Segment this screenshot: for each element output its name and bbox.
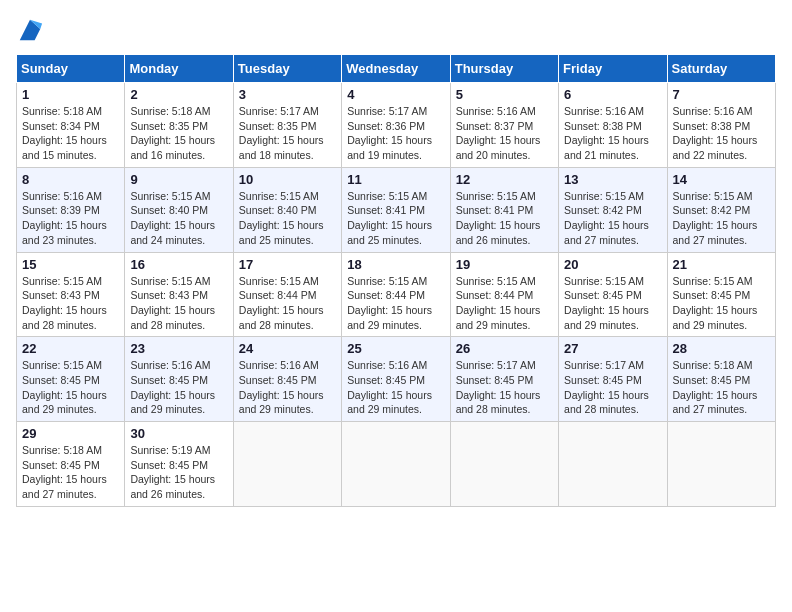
daylight-label: Daylight: 15 hours and 24 minutes. bbox=[130, 219, 215, 246]
day-number: 18 bbox=[347, 257, 444, 272]
calendar-cell: 2 Sunrise: 5:18 AM Sunset: 8:35 PM Dayli… bbox=[125, 83, 233, 168]
day-info: Sunrise: 5:15 AM Sunset: 8:42 PM Dayligh… bbox=[564, 189, 661, 248]
calendar-cell: 11 Sunrise: 5:15 AM Sunset: 8:41 PM Dayl… bbox=[342, 167, 450, 252]
sunrise-label: Sunrise: 5:15 AM bbox=[130, 275, 210, 287]
day-number: 3 bbox=[239, 87, 336, 102]
day-info: Sunrise: 5:15 AM Sunset: 8:45 PM Dayligh… bbox=[564, 274, 661, 333]
calendar-cell: 28 Sunrise: 5:18 AM Sunset: 8:45 PM Dayl… bbox=[667, 337, 775, 422]
day-info: Sunrise: 5:15 AM Sunset: 8:42 PM Dayligh… bbox=[673, 189, 770, 248]
day-info: Sunrise: 5:15 AM Sunset: 8:45 PM Dayligh… bbox=[22, 358, 119, 417]
sunrise-label: Sunrise: 5:17 AM bbox=[347, 105, 427, 117]
daylight-label: Daylight: 15 hours and 28 minutes. bbox=[130, 304, 215, 331]
day-number: 27 bbox=[564, 341, 661, 356]
calendar-week-row: 8 Sunrise: 5:16 AM Sunset: 8:39 PM Dayli… bbox=[17, 167, 776, 252]
sunset-label: Sunset: 8:44 PM bbox=[239, 289, 317, 301]
calendar-cell: 18 Sunrise: 5:15 AM Sunset: 8:44 PM Dayl… bbox=[342, 252, 450, 337]
sunset-label: Sunset: 8:39 PM bbox=[22, 204, 100, 216]
calendar-cell: 30 Sunrise: 5:19 AM Sunset: 8:45 PM Dayl… bbox=[125, 422, 233, 507]
day-info: Sunrise: 5:15 AM Sunset: 8:43 PM Dayligh… bbox=[130, 274, 227, 333]
calendar-cell: 7 Sunrise: 5:16 AM Sunset: 8:38 PM Dayli… bbox=[667, 83, 775, 168]
daylight-label: Daylight: 15 hours and 28 minutes. bbox=[456, 389, 541, 416]
sunrise-label: Sunrise: 5:15 AM bbox=[22, 275, 102, 287]
day-info: Sunrise: 5:16 AM Sunset: 8:38 PM Dayligh… bbox=[564, 104, 661, 163]
daylight-label: Daylight: 15 hours and 27 minutes. bbox=[673, 389, 758, 416]
calendar-cell: 29 Sunrise: 5:18 AM Sunset: 8:45 PM Dayl… bbox=[17, 422, 125, 507]
day-number: 12 bbox=[456, 172, 553, 187]
day-info: Sunrise: 5:16 AM Sunset: 8:45 PM Dayligh… bbox=[130, 358, 227, 417]
day-number: 2 bbox=[130, 87, 227, 102]
day-info: Sunrise: 5:18 AM Sunset: 8:35 PM Dayligh… bbox=[130, 104, 227, 163]
calendar-header-row: SundayMondayTuesdayWednesdayThursdayFrid… bbox=[17, 55, 776, 83]
sunrise-label: Sunrise: 5:16 AM bbox=[130, 359, 210, 371]
daylight-label: Daylight: 15 hours and 18 minutes. bbox=[239, 134, 324, 161]
sunrise-label: Sunrise: 5:16 AM bbox=[239, 359, 319, 371]
day-info: Sunrise: 5:18 AM Sunset: 8:34 PM Dayligh… bbox=[22, 104, 119, 163]
sunrise-label: Sunrise: 5:17 AM bbox=[564, 359, 644, 371]
calendar-cell bbox=[667, 422, 775, 507]
sunrise-label: Sunrise: 5:15 AM bbox=[673, 275, 753, 287]
sunset-label: Sunset: 8:45 PM bbox=[673, 289, 751, 301]
sunset-label: Sunset: 8:37 PM bbox=[456, 120, 534, 132]
day-number: 7 bbox=[673, 87, 770, 102]
calendar-cell bbox=[450, 422, 558, 507]
sunrise-label: Sunrise: 5:18 AM bbox=[130, 105, 210, 117]
day-info: Sunrise: 5:16 AM Sunset: 8:38 PM Dayligh… bbox=[673, 104, 770, 163]
day-number: 25 bbox=[347, 341, 444, 356]
sunrise-label: Sunrise: 5:15 AM bbox=[456, 275, 536, 287]
sunset-label: Sunset: 8:41 PM bbox=[456, 204, 534, 216]
day-info: Sunrise: 5:15 AM Sunset: 8:40 PM Dayligh… bbox=[130, 189, 227, 248]
sunrise-label: Sunrise: 5:15 AM bbox=[239, 190, 319, 202]
sunrise-label: Sunrise: 5:17 AM bbox=[239, 105, 319, 117]
calendar-week-row: 29 Sunrise: 5:18 AM Sunset: 8:45 PM Dayl… bbox=[17, 422, 776, 507]
daylight-label: Daylight: 15 hours and 29 minutes. bbox=[564, 304, 649, 331]
sunrise-label: Sunrise: 5:15 AM bbox=[347, 190, 427, 202]
sunrise-label: Sunrise: 5:15 AM bbox=[564, 275, 644, 287]
day-info: Sunrise: 5:15 AM Sunset: 8:44 PM Dayligh… bbox=[239, 274, 336, 333]
day-info: Sunrise: 5:17 AM Sunset: 8:45 PM Dayligh… bbox=[564, 358, 661, 417]
sunset-label: Sunset: 8:45 PM bbox=[347, 374, 425, 386]
daylight-label: Daylight: 15 hours and 29 minutes. bbox=[673, 304, 758, 331]
sunrise-label: Sunrise: 5:16 AM bbox=[347, 359, 427, 371]
calendar-cell: 25 Sunrise: 5:16 AM Sunset: 8:45 PM Dayl… bbox=[342, 337, 450, 422]
sunrise-label: Sunrise: 5:15 AM bbox=[347, 275, 427, 287]
weekday-header: Wednesday bbox=[342, 55, 450, 83]
day-number: 21 bbox=[673, 257, 770, 272]
calendar-cell: 12 Sunrise: 5:15 AM Sunset: 8:41 PM Dayl… bbox=[450, 167, 558, 252]
weekday-header: Tuesday bbox=[233, 55, 341, 83]
day-number: 5 bbox=[456, 87, 553, 102]
sunrise-label: Sunrise: 5:18 AM bbox=[22, 444, 102, 456]
day-info: Sunrise: 5:15 AM Sunset: 8:41 PM Dayligh… bbox=[456, 189, 553, 248]
day-number: 13 bbox=[564, 172, 661, 187]
sunset-label: Sunset: 8:45 PM bbox=[130, 459, 208, 471]
daylight-label: Daylight: 15 hours and 25 minutes. bbox=[347, 219, 432, 246]
sunset-label: Sunset: 8:38 PM bbox=[673, 120, 751, 132]
day-info: Sunrise: 5:15 AM Sunset: 8:40 PM Dayligh… bbox=[239, 189, 336, 248]
daylight-label: Daylight: 15 hours and 15 minutes. bbox=[22, 134, 107, 161]
daylight-label: Daylight: 15 hours and 16 minutes. bbox=[130, 134, 215, 161]
day-info: Sunrise: 5:16 AM Sunset: 8:45 PM Dayligh… bbox=[239, 358, 336, 417]
sunrise-label: Sunrise: 5:17 AM bbox=[456, 359, 536, 371]
sunset-label: Sunset: 8:45 PM bbox=[22, 374, 100, 386]
daylight-label: Daylight: 15 hours and 29 minutes. bbox=[239, 389, 324, 416]
daylight-label: Daylight: 15 hours and 22 minutes. bbox=[673, 134, 758, 161]
sunrise-label: Sunrise: 5:16 AM bbox=[22, 190, 102, 202]
calendar-cell: 19 Sunrise: 5:15 AM Sunset: 8:44 PM Dayl… bbox=[450, 252, 558, 337]
sunset-label: Sunset: 8:42 PM bbox=[564, 204, 642, 216]
sunrise-label: Sunrise: 5:18 AM bbox=[673, 359, 753, 371]
calendar-cell: 14 Sunrise: 5:15 AM Sunset: 8:42 PM Dayl… bbox=[667, 167, 775, 252]
daylight-label: Daylight: 15 hours and 25 minutes. bbox=[239, 219, 324, 246]
day-info: Sunrise: 5:17 AM Sunset: 8:35 PM Dayligh… bbox=[239, 104, 336, 163]
sunset-label: Sunset: 8:41 PM bbox=[347, 204, 425, 216]
calendar-cell: 8 Sunrise: 5:16 AM Sunset: 8:39 PM Dayli… bbox=[17, 167, 125, 252]
sunset-label: Sunset: 8:38 PM bbox=[564, 120, 642, 132]
sunset-label: Sunset: 8:45 PM bbox=[239, 374, 317, 386]
calendar-table: SundayMondayTuesdayWednesdayThursdayFrid… bbox=[16, 54, 776, 507]
calendar-cell: 20 Sunrise: 5:15 AM Sunset: 8:45 PM Dayl… bbox=[559, 252, 667, 337]
daylight-label: Daylight: 15 hours and 29 minutes. bbox=[347, 304, 432, 331]
day-number: 26 bbox=[456, 341, 553, 356]
sunset-label: Sunset: 8:42 PM bbox=[673, 204, 751, 216]
calendar-cell: 10 Sunrise: 5:15 AM Sunset: 8:40 PM Dayl… bbox=[233, 167, 341, 252]
daylight-label: Daylight: 15 hours and 26 minutes. bbox=[456, 219, 541, 246]
day-info: Sunrise: 5:15 AM Sunset: 8:45 PM Dayligh… bbox=[673, 274, 770, 333]
logo-icon bbox=[16, 16, 44, 44]
